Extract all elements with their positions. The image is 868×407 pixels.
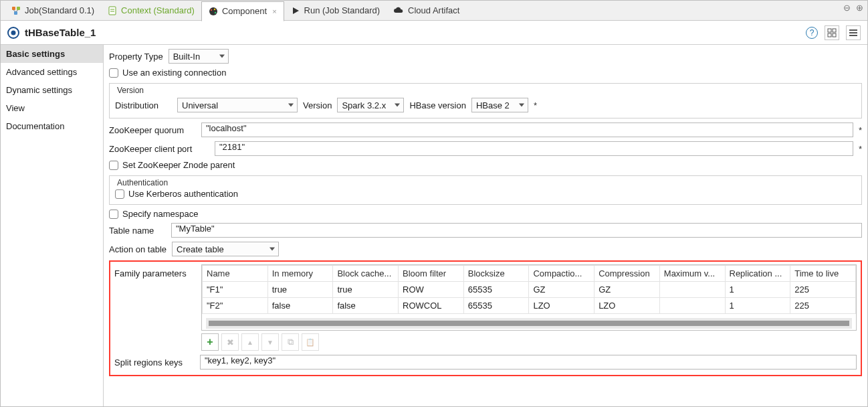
list-view-button[interactable] <box>846 25 861 40</box>
split-regions-label: Split regions keys <box>114 357 195 368</box>
maximize-button[interactable]: ⊕ <box>856 3 863 13</box>
page-icon <box>108 6 117 15</box>
table-toolbar: + ✖ ▲ ▼ ⧉ 📋 <box>201 331 857 351</box>
tab-label: Cloud Artifact <box>408 5 459 15</box>
grid-view-button[interactable] <box>825 25 839 40</box>
table-header[interactable]: Bloom filter <box>399 266 464 282</box>
use-existing-connection-label: Use an existing connection <box>122 68 226 78</box>
kerberos-checkbox[interactable]: Use Kerberos authentication <box>115 189 856 199</box>
table-cell[interactable]: 225 <box>790 282 856 298</box>
checkbox-icon <box>115 189 124 199</box>
property-type-select[interactable]: Built-In <box>169 49 229 64</box>
table-cell[interactable]: 65535 <box>463 298 529 314</box>
table-row[interactable]: "F2"falsefalseROWCOL65535LZOLZO1225 <box>203 298 856 314</box>
table-cell[interactable] <box>659 282 725 298</box>
table-cell[interactable]: 1 <box>725 298 790 314</box>
table-header[interactable]: Maximum v... <box>659 266 725 282</box>
table-cell[interactable]: LZO <box>529 298 594 314</box>
svg-rect-18 <box>833 33 836 37</box>
table-cell[interactable]: false <box>333 298 399 314</box>
table-cell[interactable]: 1 <box>725 282 790 298</box>
table-cell[interactable]: "F1" <box>203 282 268 298</box>
sidebar-item-basic-settings[interactable]: Basic settings <box>1 45 103 63</box>
tab-cloud-artifact[interactable]: Cloud Artifact <box>387 1 466 21</box>
property-type-label: Property Type <box>109 52 163 62</box>
required-marker: * <box>859 125 862 135</box>
sidebar-item-dynamic-settings[interactable]: Dynamic settings <box>1 81 103 99</box>
family-parameters-label: Family parameters <box>114 264 195 278</box>
table-cell[interactable]: GZ <box>529 282 594 298</box>
hbase-version-select[interactable]: HBase 2 <box>471 98 528 112</box>
version-select[interactable]: Spark 3.2.x <box>337 98 404 112</box>
table-row[interactable]: "F1"truetrueROW65535GZGZ1225 <box>203 282 856 298</box>
distribution-select[interactable]: Universal <box>177 98 298 112</box>
zk-quorum-input[interactable]: "localhost" <box>201 123 853 137</box>
specify-namespace-checkbox[interactable]: Specify namespace <box>109 209 862 219</box>
authentication-legend: Authentication <box>115 178 170 187</box>
tab-component[interactable]: Component × <box>201 1 284 21</box>
svg-rect-15 <box>828 29 831 32</box>
family-parameters-table[interactable]: NameIn memoryBlock cache...Bloom filterB… <box>201 264 857 331</box>
table-cell[interactable]: 65535 <box>463 282 529 298</box>
use-existing-connection-checkbox[interactable]: Use an existing connection <box>109 68 862 78</box>
svg-point-10 <box>214 8 215 9</box>
required-marker: * <box>534 100 537 110</box>
tab-label: Run (Job Standard) <box>304 5 380 15</box>
title-bar: tHBaseTable_1 ? <box>1 21 867 45</box>
table-header[interactable]: Block cache... <box>333 266 399 282</box>
table-header[interactable]: Compactio... <box>529 266 594 282</box>
svg-rect-17 <box>828 33 831 37</box>
table-header[interactable]: Time to live <box>790 266 856 282</box>
specify-namespace-label: Specify namespace <box>122 209 198 219</box>
move-up-button[interactable]: ▲ <box>241 333 259 351</box>
table-header[interactable]: Name <box>203 266 268 282</box>
tab-label: Component <box>222 6 267 16</box>
table-cell[interactable]: false <box>267 298 333 314</box>
table-cell[interactable] <box>659 298 725 314</box>
table-scrollbar[interactable] <box>206 318 852 329</box>
set-znode-label: Set ZooKeeper Znode parent <box>122 160 235 170</box>
kerberos-label: Use Kerberos authentication <box>128 189 238 199</box>
split-regions-input[interactable]: "key1, key2, key3" <box>200 355 857 370</box>
sidebar-item-advanced-settings[interactable]: Advanced settings <box>1 63 103 81</box>
table-header[interactable]: Blocksize <box>463 266 529 282</box>
svg-rect-2 <box>14 11 17 15</box>
set-znode-checkbox[interactable]: Set ZooKeeper Znode parent <box>109 160 862 170</box>
table-cell[interactable]: true <box>267 282 333 298</box>
close-icon[interactable]: × <box>272 7 276 15</box>
table-cell[interactable]: ROWCOL <box>399 298 464 314</box>
table-cell[interactable]: LZO <box>594 298 660 314</box>
table-cell[interactable]: ROW <box>399 282 464 298</box>
copy-button[interactable]: ⧉ <box>282 333 299 351</box>
sidebar: Basic settings Advanced settings Dynamic… <box>1 45 104 406</box>
action-select[interactable]: Create table <box>172 242 279 256</box>
minimize-button[interactable]: ⊖ <box>843 3 851 13</box>
table-cell[interactable]: true <box>333 282 399 298</box>
window-buttons: ⊖ ⊕ <box>843 3 863 13</box>
table-cell[interactable]: "F2" <box>203 298 268 314</box>
tab-job[interactable]: Job(Standard 0.1) <box>5 1 101 21</box>
svg-line-3 <box>13 10 15 11</box>
tab-context[interactable]: Context (Standard) <box>101 1 201 21</box>
table-header[interactable]: Replication ... <box>725 266 790 282</box>
highlighted-region: Family parameters NameIn memoryBlock cac… <box>109 260 862 376</box>
table-header[interactable]: In memory <box>267 266 333 282</box>
zk-port-input[interactable]: "2181" <box>215 141 853 156</box>
page-title: tHBaseTable_1 <box>25 27 96 38</box>
svg-marker-12 <box>293 7 299 14</box>
paste-button[interactable]: 📋 <box>302 333 319 351</box>
authentication-fieldset: Authentication Use Kerberos authenticati… <box>109 175 862 205</box>
checkbox-icon <box>109 210 118 219</box>
help-button[interactable]: ? <box>806 27 818 39</box>
svg-rect-5 <box>109 7 116 15</box>
move-down-button[interactable]: ▼ <box>261 333 279 351</box>
table-name-input[interactable]: "MyTable" <box>171 223 862 238</box>
sidebar-item-documentation[interactable]: Documentation <box>1 117 103 135</box>
tab-run[interactable]: Run (Job Standard) <box>284 1 387 21</box>
table-cell[interactable]: GZ <box>594 282 660 298</box>
sidebar-item-view[interactable]: View <box>1 99 103 117</box>
table-cell[interactable]: 225 <box>790 298 856 314</box>
add-row-button[interactable]: + <box>201 333 219 351</box>
remove-row-button[interactable]: ✖ <box>221 333 239 351</box>
table-header[interactable]: Compression <box>594 266 660 282</box>
